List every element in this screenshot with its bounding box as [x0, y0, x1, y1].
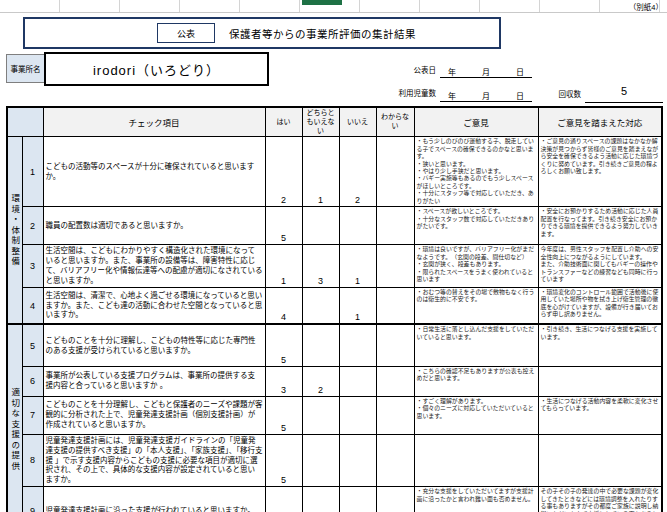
row-number: 7: [22, 396, 43, 434]
row-number: 9: [22, 487, 43, 512]
count-neither-cell[interactable]: [302, 434, 339, 486]
row-number: 1: [22, 137, 43, 207]
question-cell: こどものことを十分理解し、こどもと保護者のニーズや課題が客観的に分析された上で、…: [43, 396, 265, 434]
row-number: 8: [22, 434, 43, 486]
opinion-cell[interactable]: [414, 434, 538, 486]
opinion-cell[interactable]: ・充分な支援をしていただいてますが支援計画に沿ったかと言われ難い面も否めません。: [414, 487, 538, 512]
group-label-environment: 環境・体制整備: [7, 137, 22, 325]
count-neither-cell[interactable]: 1: [302, 137, 339, 207]
children-count-label: 利用児童数: [388, 87, 436, 98]
table-row: 環境・体制整備 1 こどもの活動等のスペースが十分に確保されていると思いますか。…: [7, 137, 662, 207]
count-no-cell[interactable]: [339, 366, 376, 396]
title-box: 公表 保護者等からの事業所評価の集計結果: [23, 17, 501, 49]
response-cell[interactable]: ・安全にお預かりするため活動に応じた人員配置を行なってます。引き続き安全にお預か…: [538, 207, 662, 245]
collected-count-label: 回収数: [555, 88, 581, 99]
table-row: 8 児童発達支援計画には、児童発達支援ガイドラインの「児童発達支援の提供すべき支…: [7, 434, 662, 486]
count-no-cell[interactable]: [339, 207, 376, 245]
response-cell[interactable]: ・ご意見の通りスペースの課題はなかなか解決策が見つからず皆様のご意見を踏まえなが…: [538, 137, 662, 207]
count-no-cell[interactable]: 2: [339, 137, 376, 207]
publish-date-label: 公表日: [398, 64, 436, 75]
question-cell: 職員の配置数は適切であると思いますか。: [43, 207, 265, 245]
response-cell[interactable]: [538, 434, 662, 486]
count-unknown-cell[interactable]: [376, 396, 414, 434]
opinion-cell[interactable]: ・こちらの確認不足もありますが公表も控えめだと思います。: [414, 366, 538, 396]
count-no-cell[interactable]: 1: [339, 245, 376, 288]
collected-count-value[interactable]: 5: [585, 85, 663, 103]
table-row: 9 児童発達支援計画に沿った支援が行われていると思いますか。 5 ・充分な支援を…: [7, 487, 662, 512]
spreadsheet: （別紙4） 公表 保護者等からの事業所評価の集計結果 事業所名 irodori（…: [0, 0, 667, 512]
opinion-cell[interactable]: ・すごく理解があります。 ・個々のニーズに対応していただいていると思います。: [414, 396, 538, 434]
count-unknown-cell[interactable]: [376, 245, 414, 288]
table-row: 3 生活空間は、こどもにわかりやすく構造化された環境になっていると思いますか。ま…: [7, 245, 662, 288]
table-row: 6 事業所が公表している支援プログラムは、事業所の提供する支援内容と合っていると…: [7, 366, 662, 396]
question-cell: 児童発達支援計画に沿った支援が行われていると思いますか。: [43, 487, 265, 512]
table-row: 7 こどものことを十分理解し、こどもと保護者のニーズや課題が客観的に分析された上…: [7, 396, 662, 434]
count-unknown-cell[interactable]: [376, 366, 414, 396]
response-cell[interactable]: 今年度は、男性スタッフを配置し介助への安全性向上につながるようにしています。 ま…: [538, 245, 662, 288]
count-yes-cell[interactable]: 1: [265, 245, 302, 288]
response-cell[interactable]: ・生活につなげる活動内容を柔軟に変化させてもらっています。: [538, 396, 662, 434]
day-label: 日: [516, 66, 524, 77]
group-label-support: 適切な支援の提供: [7, 324, 22, 512]
response-cell[interactable]: ・引き続き、生活につなげる支援を実施しています。: [538, 324, 662, 366]
col-header-unknown: わからない: [376, 107, 414, 137]
opinion-cell[interactable]: ・スペースが欲しいところです。 ・十分なスタッフ数で対応していただきありがたいで…: [414, 207, 538, 245]
response-cell[interactable]: [538, 366, 662, 396]
row-number: 2: [22, 207, 43, 245]
count-neither-cell[interactable]: 3: [302, 245, 339, 288]
count-neither-cell[interactable]: [302, 207, 339, 245]
selection-indicator: [302, 0, 342, 5]
opinion-cell[interactable]: ・おむつ等の替えをその場で敷物もなく行うのは衛生的に不安です。: [414, 287, 538, 324]
office-name-label: 事業所名: [6, 54, 45, 83]
row-number: 6: [22, 366, 43, 396]
col-header-yes: はい: [265, 107, 302, 137]
count-unknown-cell[interactable]: [376, 487, 414, 512]
count-neither-cell[interactable]: [302, 287, 339, 324]
count-yes-cell[interactable]: 5: [265, 434, 302, 486]
count-unknown-cell[interactable]: [376, 324, 414, 366]
count-yes-cell[interactable]: 5: [265, 396, 302, 434]
count-yes-cell[interactable]: 5: [265, 324, 302, 366]
year-label: 年: [448, 90, 456, 101]
row-number: 3: [22, 245, 43, 288]
count-no-cell[interactable]: [339, 434, 376, 486]
count-no-cell[interactable]: [339, 396, 376, 434]
children-count-field[interactable]: 年 月 日: [440, 87, 532, 102]
count-yes-cell[interactable]: 2: [265, 137, 302, 207]
count-no-cell[interactable]: [339, 487, 376, 512]
response-cell[interactable]: その子その子の発達の中で必要な課題が変化してきたときなどには環境調整を入れたりす…: [538, 487, 662, 512]
question-cell: こどものことを十分に理解し、こどもの特性等に応じた専門性のある支援が受けられてい…: [43, 324, 265, 366]
opinion-cell[interactable]: ・日常生活に落とし込んだ支援をしていただいていると思います。: [414, 324, 538, 366]
question-cell: 生活空間は、清潔で、心地よく過ごせる環境になっていると思いますか。また、こども達…: [43, 287, 265, 324]
office-name-value[interactable]: irodori（いろどり）: [44, 52, 269, 86]
question-cell: こどもの活動等のスペースが十分に確保されていると思いますか。: [43, 137, 265, 207]
count-neither-cell[interactable]: [302, 396, 339, 434]
count-yes-cell[interactable]: 5: [265, 487, 302, 512]
count-yes-cell[interactable]: 4: [265, 287, 302, 324]
header-corner-cell: [7, 107, 43, 137]
opinion-cell[interactable]: ・もう少しのびのび運動する子、脱走している子でスペースの確保できるのかなと思いま…: [414, 137, 538, 207]
count-unknown-cell[interactable]: [376, 137, 414, 207]
count-yes-cell[interactable]: 3: [265, 366, 302, 396]
count-unknown-cell[interactable]: [376, 287, 414, 324]
table-header-row: チェック項目 はい どちらともいえない いいえ わからない ご意見 ご意見を踏ま…: [7, 107, 662, 137]
page-title: 保護者等からの事業所評価の集計結果: [229, 26, 416, 41]
col-header-opinion: ご意見: [414, 107, 538, 137]
opinion-cell[interactable]: ・環境は良いですが、バリアフリー化がまだなようです。（玄関の段差、間仕切など） …: [414, 245, 538, 288]
response-cell[interactable]: ・環境変化のコントロール範囲で活動後に使用していた場所や物を拭き上げ衛生管理の徹…: [538, 287, 662, 324]
count-no-cell[interactable]: 1: [339, 287, 376, 324]
count-unknown-cell[interactable]: [376, 207, 414, 245]
count-neither-cell[interactable]: 2: [302, 366, 339, 396]
count-neither-cell[interactable]: [302, 487, 339, 512]
evaluation-table: チェック項目 はい どちらともいえない いいえ わからない ご意見 ご意見を踏ま…: [6, 106, 663, 512]
count-yes-cell[interactable]: 5: [265, 207, 302, 245]
table-row: 4 生活空間は、清潔で、心地よく過ごせる環境になっていると思いますか。また、こど…: [7, 287, 662, 324]
publish-stamp: 公表: [157, 23, 215, 43]
count-unknown-cell[interactable]: [376, 434, 414, 486]
count-no-cell[interactable]: [339, 324, 376, 366]
col-header-no: いいえ: [339, 107, 376, 137]
row-number: 4: [22, 287, 43, 324]
month-label: 月: [482, 66, 490, 77]
publish-date-field[interactable]: 年 月 日: [440, 63, 532, 78]
count-neither-cell[interactable]: [302, 324, 339, 366]
